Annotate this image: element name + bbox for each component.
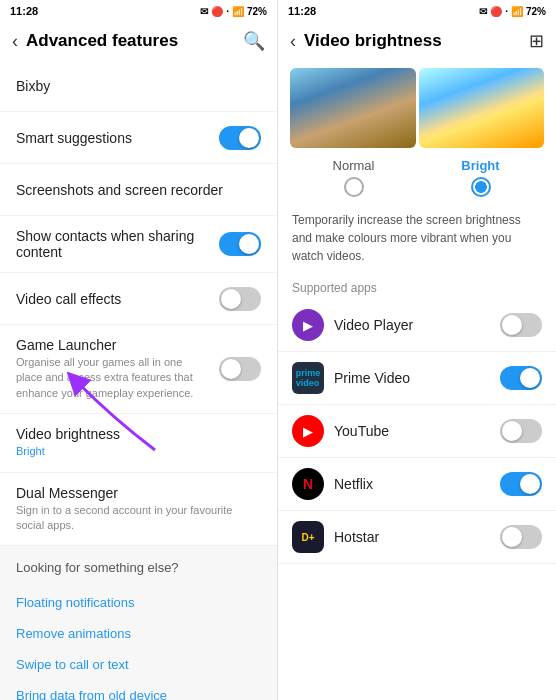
- prime-video-label: Prime Video: [334, 370, 500, 386]
- youtube-label: YouTube: [334, 423, 500, 439]
- video-thumb-bright: [419, 68, 545, 148]
- status-bar-left: 11:28 ✉ 🔴 · 📶 72%: [0, 0, 277, 22]
- brightness-bright-radio[interactable]: [471, 177, 491, 197]
- left-panel: 11:28 ✉ 🔴 · 📶 72% ‹ Advanced features 🔍 …: [0, 0, 278, 700]
- brightness-options: Normal Bright: [278, 152, 556, 203]
- video-call-label: Video call effects: [16, 291, 209, 307]
- setting-bixby[interactable]: Bixby: [0, 60, 277, 112]
- brightness-normal[interactable]: Normal: [290, 158, 417, 197]
- youtube-toggle[interactable]: [500, 419, 542, 443]
- brightness-normal-radio[interactable]: [344, 177, 364, 197]
- game-launcher-toggle[interactable]: [219, 357, 261, 381]
- link-swipe-to-call[interactable]: Swipe to call or text: [16, 649, 261, 680]
- page-title-left: Advanced features: [26, 31, 235, 51]
- app-item-video-player[interactable]: ▶ Video Player: [278, 299, 556, 352]
- status-bar-right: 11:28 ✉ 🔴 · 📶 72%: [278, 0, 556, 22]
- video-player-toggle[interactable]: [500, 313, 542, 337]
- setting-video-call[interactable]: Video call effects: [0, 273, 277, 325]
- netflix-label: Netflix: [334, 476, 500, 492]
- looking-section-header: Looking for something else?: [0, 546, 277, 581]
- dual-messenger-label: Dual Messenger: [16, 485, 251, 501]
- setting-video-brightness[interactable]: Video brightness Bright: [0, 414, 277, 472]
- setting-show-contacts[interactable]: Show contacts when sharing content: [0, 216, 277, 273]
- search-icon-left[interactable]: 🔍: [243, 30, 265, 52]
- show-contacts-label: Show contacts when sharing content: [16, 228, 209, 260]
- app-item-youtube[interactable]: ▶ YouTube: [278, 405, 556, 458]
- grid-icon-right[interactable]: ⊞: [529, 30, 544, 52]
- video-thumb-normal: [290, 68, 416, 148]
- links-section: Floating notifications Remove animations…: [0, 581, 277, 700]
- brightness-normal-label: Normal: [333, 158, 375, 173]
- netflix-icon: N: [292, 468, 324, 500]
- prime-video-icon: primevideo: [292, 362, 324, 394]
- setting-smart-suggestions[interactable]: Smart suggestions: [0, 112, 277, 164]
- show-contacts-toggle[interactable]: [219, 232, 261, 256]
- app-item-netflix[interactable]: N Netflix: [278, 458, 556, 511]
- video-brightness-label: Video brightness: [16, 426, 251, 442]
- link-floating-notifications[interactable]: Floating notifications: [16, 587, 261, 618]
- game-launcher-subtitle: Organise all your games all in one place…: [16, 355, 209, 401]
- setting-screenshots[interactable]: Screenshots and screen recorder: [0, 164, 277, 216]
- right-panel: 11:28 ✉ 🔴 · 📶 72% ‹ Video brightness ⊞ N…: [278, 0, 556, 700]
- hotstar-label: Hotstar: [334, 529, 500, 545]
- setting-dual-messenger[interactable]: Dual Messenger Sign in to a second accou…: [0, 473, 277, 547]
- settings-list: Bixby Smart suggestions Screenshots and …: [0, 60, 277, 700]
- link-bring-data[interactable]: Bring data from old device: [16, 680, 261, 700]
- time-left: 11:28: [10, 5, 38, 17]
- setting-game-launcher[interactable]: Game Launcher Organise all your games al…: [0, 325, 277, 414]
- right-header: ‹ Video brightness ⊞: [278, 22, 556, 60]
- status-icons-right: ✉ 🔴 · 📶 72%: [479, 6, 546, 17]
- link-remove-animations[interactable]: Remove animations: [16, 618, 261, 649]
- smart-suggestions-toggle[interactable]: [219, 126, 261, 150]
- dual-messenger-subtitle: Sign in to a second account in your favo…: [16, 503, 251, 534]
- video-player-label: Video Player: [334, 317, 500, 333]
- left-header: ‹ Advanced features 🔍: [0, 22, 277, 60]
- youtube-icon: ▶: [292, 415, 324, 447]
- supported-apps-label: Supported apps: [278, 273, 556, 299]
- brightness-bright[interactable]: Bright: [417, 158, 544, 197]
- app-item-hotstar[interactable]: D+ Hotstar: [278, 511, 556, 564]
- game-launcher-label: Game Launcher: [16, 337, 209, 353]
- screenshots-label: Screenshots and screen recorder: [16, 182, 251, 198]
- video-preview-container: [278, 60, 556, 152]
- bixby-label: Bixby: [16, 78, 251, 94]
- video-call-toggle[interactable]: [219, 287, 261, 311]
- app-item-prime-video[interactable]: primevideo Prime Video: [278, 352, 556, 405]
- time-right: 11:28: [288, 5, 316, 17]
- video-player-icon: ▶: [292, 309, 324, 341]
- hotstar-toggle[interactable]: [500, 525, 542, 549]
- prime-video-toggle[interactable]: [500, 366, 542, 390]
- smart-suggestions-label: Smart suggestions: [16, 130, 209, 146]
- brightness-description: Temporarily increase the screen brightne…: [278, 203, 556, 273]
- video-brightness-subtitle: Bright: [16, 444, 251, 459]
- back-button-left[interactable]: ‹: [12, 31, 18, 52]
- status-icons-left: ✉ 🔴 · 📶 72%: [200, 6, 267, 17]
- netflix-toggle[interactable]: [500, 472, 542, 496]
- brightness-bright-label: Bright: [461, 158, 499, 173]
- page-title-right: Video brightness: [304, 31, 521, 51]
- back-button-right[interactable]: ‹: [290, 31, 296, 52]
- hotstar-icon: D+: [292, 521, 324, 553]
